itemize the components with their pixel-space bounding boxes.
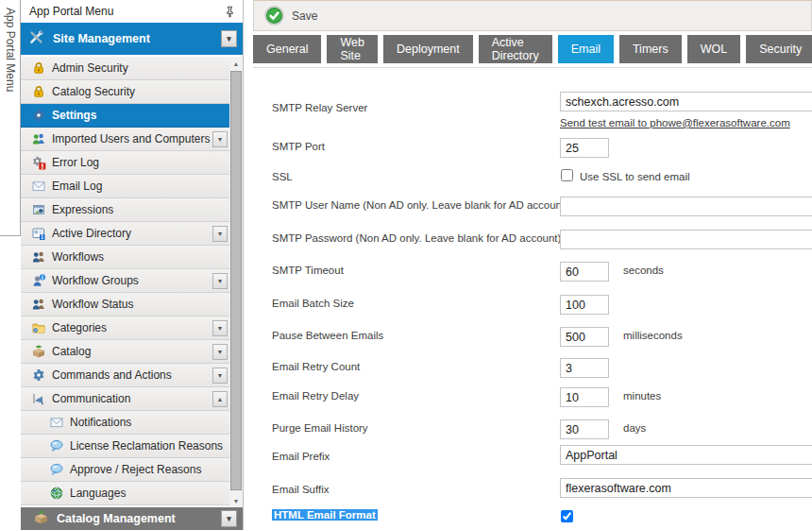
catalog-management-label: Catalog Management [57, 512, 176, 525]
sidebar-item-license-reclamation-reasons[interactable]: License Reclamation Reasons [21, 435, 230, 458]
envelope-icon [49, 415, 64, 430]
smtp-user-input[interactable] [560, 197, 812, 216]
item-label: Email Log [52, 180, 102, 193]
app-portal-window: App Portal Menu App Portal Menu Site Man… [0, 0, 812, 530]
item-label: Catalog Security [52, 85, 135, 98]
pushpin-icon[interactable] [222, 4, 237, 19]
sidebar-item-expressions[interactable]: Expressions [21, 198, 230, 222]
vertical-menu-tab[interactable]: App Portal Menu [0, 0, 21, 236]
catalog-dropdown-button[interactable]: ▾ [212, 344, 228, 360]
batch-size-label: Email Batch Size [272, 298, 354, 309]
item-label: Error Log [52, 156, 99, 169]
envelope-icon [31, 179, 46, 194]
catalog-management-dropdown-button[interactable]: ▾ [221, 510, 237, 527]
smtp-port-label: SMTP Port [272, 141, 325, 152]
sidebar-item-approve-reject-reasons[interactable]: Approve / Reject Reasons [21, 458, 230, 482]
site-management-dropdown-button[interactable]: ▾ [221, 30, 237, 47]
retry-count-label: Email Retry Count [272, 361, 360, 372]
item-label: Workflows [52, 250, 104, 264]
sidebar-item-communication[interactable]: Communication ▴ [21, 387, 230, 411]
smtp-relay-input[interactable] [560, 92, 812, 111]
email-prefix-input[interactable] [560, 445, 812, 465]
tab-general[interactable]: General [253, 35, 321, 63]
communication-collapse-button[interactable]: ▴ [212, 391, 228, 407]
sidebar-item-catalog[interactable]: Catalog ▾ [21, 340, 230, 364]
sidebar-item-workflow-status[interactable]: Workflow Status [21, 293, 230, 316]
sidebar-item-notifications[interactable]: Notifications [21, 411, 230, 435]
sidebar-group-site-management[interactable]: Site Management ▾ [21, 23, 243, 55]
item-label: License Reclamation Reasons [70, 439, 223, 453]
smtp-password-input[interactable] [560, 230, 812, 249]
sidebar-item-workflows[interactable]: Workflows [21, 246, 230, 269]
folder-gear-icon [31, 320, 46, 335]
send-test-email-link[interactable]: Send test email to phowe@flexerasoftware… [560, 117, 790, 128]
scrollbar-thumb[interactable] [230, 71, 242, 490]
item-label: Settings [52, 109, 96, 122]
item-label: Commands and Actions [52, 368, 172, 382]
html-format-checkbox[interactable] [561, 510, 573, 522]
tab-security[interactable]: Security [746, 35, 812, 63]
sidebar-item-workflow-groups[interactable]: Workflow Groups ▾ [21, 269, 230, 293]
save-button[interactable]: Save [264, 6, 317, 26]
item-label: Notifications [70, 416, 131, 429]
users-icon [31, 131, 46, 146]
smtp-password-label: SMTP Password (Non AD only. Leave blank … [272, 232, 561, 244]
sidebar-item-categories[interactable]: Categories ▾ [21, 316, 230, 340]
imported-users-dropdown-button[interactable]: ▾ [212, 131, 228, 147]
sidebar-item-email-log[interactable]: Email Log [21, 175, 230, 198]
retry-delay-label: Email Retry Delay [272, 390, 359, 402]
purge-history-input[interactable] [560, 419, 609, 439]
directory-card-icon [31, 226, 46, 241]
pause-label: Pause Between Emails [272, 330, 383, 341]
gear-icon [31, 368, 46, 383]
pause-input[interactable] [560, 327, 609, 347]
tab-timers[interactable]: Timers [619, 35, 682, 63]
speech-bubble-icon [49, 438, 64, 453]
retry-count-input[interactable] [560, 358, 609, 378]
sidebar-item-imported-users[interactable]: Imported Users and Computers ▾ [21, 128, 230, 151]
tab-wol[interactable]: WOL [687, 35, 740, 63]
smtp-port-input[interactable] [560, 138, 609, 158]
retry-delay-input[interactable] [560, 387, 609, 407]
sidebar-item-active-directory[interactable]: Active Directory ▾ [21, 222, 230, 246]
package-icon [33, 509, 49, 528]
smtp-relay-label: SMTP Relay Server [272, 102, 367, 113]
sidebar-item-admin-security[interactable]: Admin Security [21, 57, 230, 80]
people-icon [31, 297, 46, 312]
sidebar-item-settings[interactable]: Settings [21, 104, 230, 128]
item-label: Catalog [52, 345, 91, 358]
sidebar-title: App Portal Menu [29, 5, 113, 18]
batch-size-input[interactable] [560, 295, 609, 315]
scroll-down-arrow-icon[interactable]: ▼ [229, 494, 243, 507]
tab-email[interactable]: Email [558, 35, 614, 63]
commands-actions-dropdown-button[interactable]: ▾ [212, 368, 228, 384]
scroll-up-arrow-icon[interactable]: ▲ [229, 57, 243, 70]
categories-dropdown-button[interactable]: ▾ [212, 320, 228, 336]
tab-deployment[interactable]: Deployment [383, 35, 473, 63]
sidebar-item-catalog-security[interactable]: Catalog Security [21, 80, 230, 104]
sidebar-group-catalog-management[interactable]: Catalog Management ▾ [21, 507, 243, 530]
smtp-timeout-input[interactable] [560, 262, 609, 282]
retry-delay-unit: minutes [623, 390, 661, 402]
green-check-icon [264, 6, 284, 26]
item-label: Workflow Status [52, 298, 133, 311]
sidebar-item-languages[interactable]: Languages [21, 482, 230, 505]
tab-web-site[interactable]: Web Site [327, 35, 377, 63]
email-suffix-input[interactable] [560, 478, 812, 498]
sidebar-item-commands-actions[interactable]: Commands and Actions ▾ [21, 364, 230, 387]
gear-error-icon [31, 155, 46, 170]
smtp-timeout-unit: seconds [623, 265, 664, 276]
sidebar: App Portal Menu Site Management ▾ Admin … [21, 0, 244, 530]
item-label: Workflow Groups [52, 274, 139, 287]
sidebar-header: App Portal Menu [21, 0, 243, 23]
ssl-checkbox[interactable] [561, 169, 573, 181]
save-button-label: Save [292, 9, 317, 23]
item-label: Languages [70, 487, 126, 500]
workflow-groups-dropdown-button[interactable]: ▾ [212, 273, 228, 289]
sidebar-item-error-log[interactable]: Error Log [21, 151, 230, 175]
site-management-label: Site Management [53, 32, 150, 45]
sidebar-scrollbar[interactable]: ▲ ▼ [229, 57, 243, 507]
tab-active-directory[interactable]: Active Directory [479, 35, 552, 63]
speech-bubble-icon [49, 462, 64, 477]
active-directory-dropdown-button[interactable]: ▾ [212, 226, 228, 242]
